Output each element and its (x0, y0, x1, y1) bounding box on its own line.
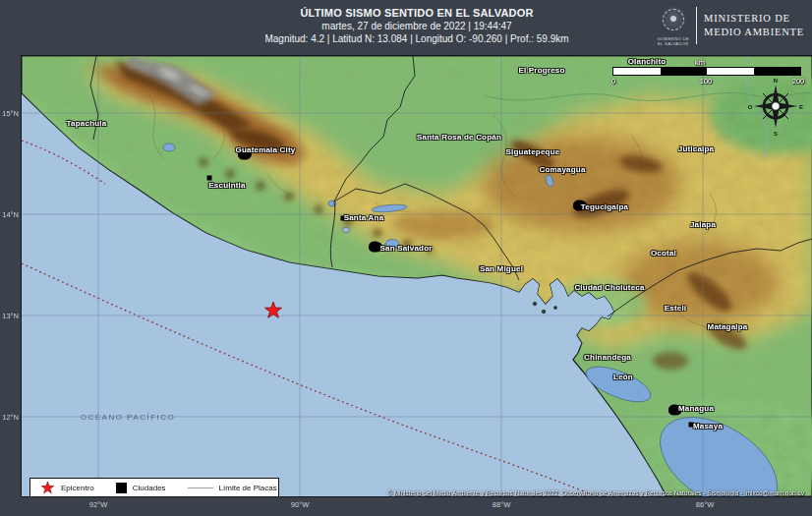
legend-label: Ciudades (133, 484, 166, 492)
latitude-tick-label: 13°N (0, 312, 19, 320)
longitude-tick-label: 90°W (291, 500, 309, 509)
city-label: Comayagua (539, 165, 585, 174)
city-label: Managua (678, 404, 714, 413)
compass-south-label: S (774, 131, 778, 137)
longitude-tick-label: 86°W (696, 500, 714, 509)
legend: Epicentro Ciudades Límite de Placas (29, 478, 279, 496)
legend-item-plate-boundary: Límite de Placas (188, 484, 277, 492)
map: OCÉANO PACÍFICO km 0 100 200 (22, 56, 812, 496)
city-label: Masaya (693, 422, 723, 430)
ministry-name: MINISTERIO DE MEDIO AMBIENTE (704, 12, 807, 39)
logo-divider (696, 7, 697, 44)
government-emblem: GOBIERNO DE EL SALVADOR (657, 5, 689, 46)
header: ÚLTIMO SISMO SENTIDO EN EL SALVADOR mart… (0, 0, 812, 56)
topographic-basemap (22, 56, 812, 496)
latitude-tick-label: 14°N (0, 210, 19, 219)
legend-label: Límite de Placas (219, 484, 277, 492)
longitude-tick-label: 88°W (493, 500, 510, 509)
latitude-tick-label: 12°N (0, 413, 19, 422)
city-label: Santa Ana (344, 213, 384, 222)
scale-unit: km (695, 58, 705, 67)
legend-label: Epicentro (61, 484, 94, 492)
ministry-logo: GOBIERNO DE EL SALVADOR MINISTERIO DE ME… (657, 5, 807, 46)
legend-line-icon (188, 487, 213, 488)
ocean-label: OCÉANO PACÍFICO (81, 413, 176, 422)
city-label: Siguatepeque (506, 147, 560, 156)
attribution: © Ministerio del Medio Ambiente y Recurs… (387, 489, 804, 496)
legend-item-cities: Ciudades (116, 483, 166, 493)
city-label: Juticalpa (678, 144, 714, 153)
scale-tick: 100 (700, 77, 713, 86)
compass-west-label: O (748, 104, 753, 110)
government-label: GOBIERNO DE EL SALVADOR (657, 36, 689, 46)
city-label: Matagalpa (708, 322, 748, 331)
latitude-tick-label: 15°N (0, 109, 19, 118)
epicenter-star-icon (262, 300, 284, 321)
el-salvador-seal-icon (659, 5, 688, 34)
city-label: Tegucigalpa (581, 202, 628, 211)
city-label: Guatemala City (235, 145, 295, 154)
legend-star-icon (40, 481, 55, 495)
longitude-tick-label: 92°W (89, 500, 107, 509)
scale-tick: 0 (611, 77, 615, 86)
compass-east-label: E (799, 104, 803, 110)
city-label: Santa Rosa de Copán (417, 133, 501, 142)
city-label: Ocotal (651, 249, 676, 258)
city-label: Chinandega (584, 353, 631, 362)
city-label: Estelí (665, 304, 687, 313)
city-label: Jalapa (690, 220, 716, 229)
city-label: Escuintla (208, 181, 245, 190)
city-label: Tapachula (67, 119, 107, 128)
city-label: León (613, 373, 633, 381)
legend-city-icon (116, 483, 127, 493)
city-label: Ciudad Choluteca (574, 283, 644, 292)
compass-rose-icon: N S E O (747, 75, 804, 138)
city-label: El Progreso (518, 66, 564, 75)
city-label: San Miguel (480, 264, 523, 273)
city-label: San Salvador (379, 244, 432, 253)
earthquake-map-page: ÚLTIMO SISMO SENTIDO EN EL SALVADOR mart… (0, 0, 812, 516)
compass-north-label: N (774, 78, 778, 84)
legend-item-epicenter: Epicentro (40, 481, 94, 495)
